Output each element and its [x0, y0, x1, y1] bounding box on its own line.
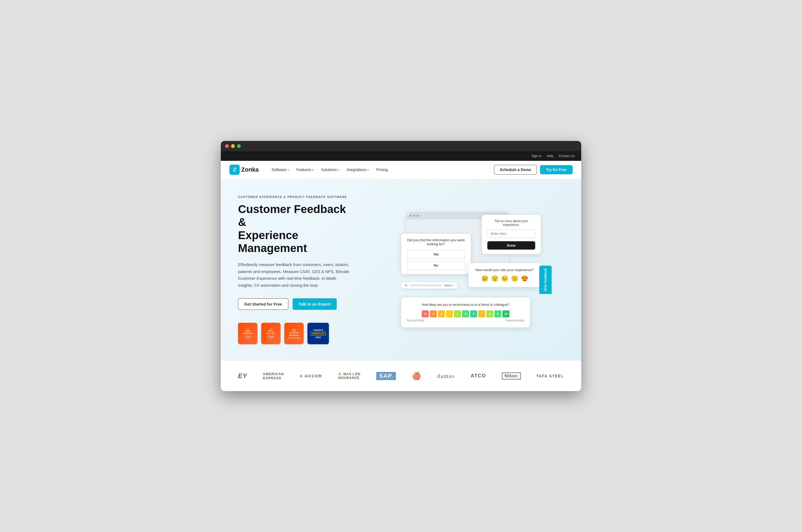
- contact-us-link[interactable]: Contact Us: [559, 154, 575, 158]
- schedule-demo-button[interactable]: Schedule a Demo: [494, 165, 537, 174]
- title-bar: [221, 141, 581, 151]
- logo-apple: 🍎: [412, 372, 421, 380]
- survey-card-emoji: How would you rate your experience? 😢 😟 …: [468, 263, 541, 287]
- nps-8[interactable]: 8: [486, 310, 493, 317]
- nps-1[interactable]: 1: [430, 310, 437, 317]
- mac-window: Sign in Help Contact Us Z Zonka Software…: [221, 141, 581, 391]
- browser-dot: [409, 215, 412, 217]
- inbox-tag[interactable]: Inbox ×: [444, 284, 454, 287]
- minimize-button[interactable]: [231, 144, 235, 148]
- more-label-text: Tell us more about your experience.: [487, 219, 535, 227]
- rating-label: How would you rate your experience?: [473, 268, 536, 272]
- nps-question: How likely are you to recommend us to a …: [407, 303, 524, 307]
- logo-letter: Z: [233, 167, 236, 173]
- survey-card-text: Tell us more about your experience. Done: [482, 215, 541, 254]
- badge-capterra: Capterra SHORTLIST 2023: [307, 323, 329, 344]
- inbox-pill: Inbox ×: [401, 282, 457, 289]
- emoji-good[interactable]: 🙂: [511, 275, 518, 282]
- nps-0[interactable]: 0: [422, 310, 429, 317]
- chevron-down-icon: ▾: [367, 168, 369, 171]
- badge-best-roi: G2 BestEst. ROI SPRING2023: [261, 323, 281, 344]
- logo-icon: Z: [229, 165, 240, 175]
- hero-subtitle: CUSTOMER EXPERIENCE & PRODUCT FEEDBACK S…: [238, 195, 352, 198]
- badges-row: G2 HighPerformer SPRING2023 G2 BestEst. …: [238, 323, 352, 344]
- logo-sap: SAP.: [376, 372, 396, 380]
- logo-damas: damas: [437, 373, 455, 380]
- done-button[interactable]: Done: [487, 241, 535, 250]
- nav-actions: Schedule a Demo Try for Free: [494, 165, 573, 174]
- nav-software[interactable]: Software ▾: [272, 168, 289, 172]
- logo-name: Zonka: [241, 166, 259, 173]
- nps-labels: Not at all likely Extremely likely: [407, 319, 524, 322]
- emoji-terrible[interactable]: 😢: [481, 275, 489, 282]
- feedback-ui-container: Did you find the information you were lo…: [398, 212, 549, 330]
- main-nav: Z Zonka Software ▾ Features ▾ Solutions …: [221, 161, 581, 179]
- badge-high-performer: G2 HighPerformer SPRING2023: [238, 323, 257, 344]
- inbox-avatar: [405, 284, 407, 287]
- hero-left: CUSTOMER EXPERIENCE & PRODUCT FEEDBACK S…: [221, 179, 361, 360]
- help-link[interactable]: Help: [547, 154, 553, 158]
- nps-3[interactable]: 3: [446, 310, 453, 317]
- nav-integrations[interactable]: Integrations ▾: [347, 168, 369, 172]
- try-free-button[interactable]: Try for Free: [540, 165, 573, 174]
- utility-bar: Sign in Help Contact Us: [221, 151, 581, 161]
- chevron-down-icon: ▾: [338, 168, 339, 171]
- hero-section: CUSTOMER EXPERIENCE & PRODUCT FEEDBACK S…: [221, 179, 581, 360]
- emoji-excellent[interactable]: 😍: [521, 275, 528, 282]
- give-feedback-tab[interactable]: Give Feedback: [539, 266, 552, 294]
- logos-row: EY AMERICANEXPRESS ∧ ACCOR 🔥 MAX LIFEINS…: [238, 372, 564, 380]
- logo-ey: EY: [238, 372, 247, 380]
- nps-high-label: Extremely likely: [506, 319, 524, 322]
- hero-buttons: Get Started for Free Talk to an Expert: [238, 298, 352, 310]
- nps-4[interactable]: 4: [454, 310, 461, 317]
- survey-question-text: Did you find the information you were lo…: [407, 238, 465, 246]
- emoji-bad[interactable]: 😟: [491, 275, 498, 282]
- nps-5[interactable]: 5: [462, 310, 469, 317]
- nps-10[interactable]: 10: [502, 310, 509, 317]
- logo-tata-steel: TATA STEEL: [536, 374, 564, 378]
- nps-7[interactable]: 7: [478, 310, 485, 317]
- nav-solutions[interactable]: Solutions ▾: [321, 168, 339, 172]
- logo-maxlife: 🔥 MAX LIFEINSURANCE: [338, 372, 360, 380]
- logo[interactable]: Z Zonka: [229, 165, 259, 175]
- no-button[interactable]: No: [407, 261, 465, 270]
- close-button[interactable]: [225, 144, 229, 148]
- survey-card-yesno: Did you find the information you were lo…: [401, 233, 471, 274]
- nav-pricing[interactable]: Pricing: [376, 168, 388, 172]
- nps-9[interactable]: 9: [494, 310, 501, 317]
- badge-high-performer-midmarket: G2 HighPerformerMid-Market SPRING 2023: [284, 323, 304, 344]
- talk-to-expert-button[interactable]: Talk to an Expert: [293, 298, 337, 310]
- logo-nikon: Nikon: [502, 373, 520, 380]
- logos-section: EY AMERICANEXPRESS ∧ ACCOR 🔥 MAX LIFEINS…: [221, 360, 581, 391]
- survey-card-nps: How likely are you to recommend us to a …: [401, 297, 530, 328]
- chevron-down-icon: ▾: [312, 168, 313, 171]
- nav-features[interactable]: Features ▾: [297, 168, 313, 172]
- nps-6[interactable]: 6: [470, 310, 477, 317]
- browser-dot: [417, 215, 419, 217]
- traffic-lights: [225, 144, 241, 148]
- browser-dot: [413, 215, 415, 217]
- hero-right: Did you find the information you were lo…: [361, 179, 581, 360]
- maximize-button[interactable]: [237, 144, 241, 148]
- logo-accor: ∧ ACCOR: [300, 374, 322, 378]
- get-started-button[interactable]: Get Started for Free: [238, 298, 288, 310]
- nps-2[interactable]: 2: [438, 310, 445, 317]
- nav-links: Software ▾ Features ▾ Solutions ▾ Integr…: [272, 168, 485, 172]
- emoji-neutral[interactable]: 😐: [501, 275, 508, 282]
- chevron-down-icon: ▾: [287, 168, 289, 171]
- logo-amex: AMERICANEXPRESS: [263, 372, 284, 380]
- hero-description: Effortlessly measure feedback from custo…: [238, 261, 352, 289]
- yes-button[interactable]: Yes: [407, 250, 465, 259]
- hero-title: Customer Feedback & Experience Managemen…: [238, 203, 352, 255]
- feedback-text-input[interactable]: [487, 229, 535, 238]
- nps-scale: 0 1 2 3 4 5 6 7 8 9 10: [407, 310, 524, 317]
- logo-atco: ATCO: [471, 373, 486, 379]
- sign-in-link[interactable]: Sign in: [531, 154, 541, 158]
- emoji-row: 😢 😟 😐 🙂 😍: [473, 275, 536, 282]
- nps-low-label: Not at all likely: [407, 319, 424, 322]
- inbox-bar: [409, 284, 442, 286]
